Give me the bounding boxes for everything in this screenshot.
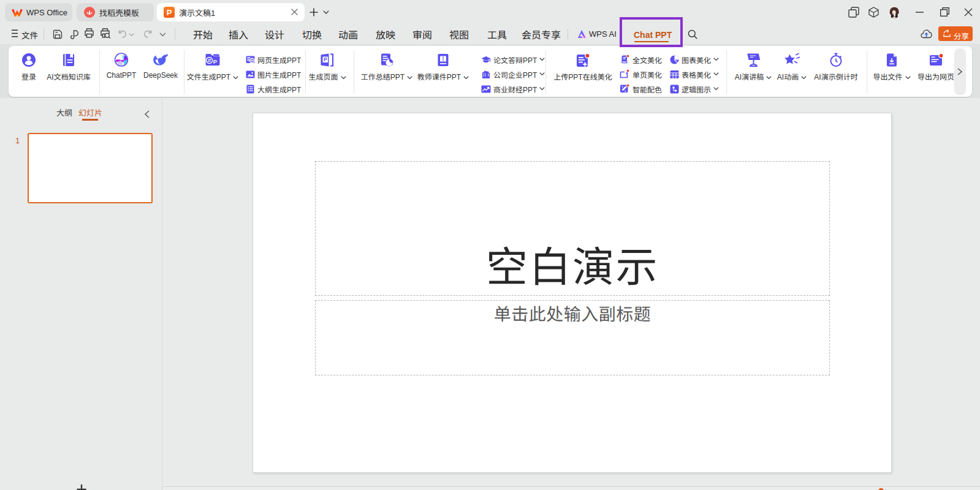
svg-text:P: P <box>167 8 172 17</box>
svg-text:P: P <box>324 56 327 62</box>
svg-text:P: P <box>213 58 218 65</box>
